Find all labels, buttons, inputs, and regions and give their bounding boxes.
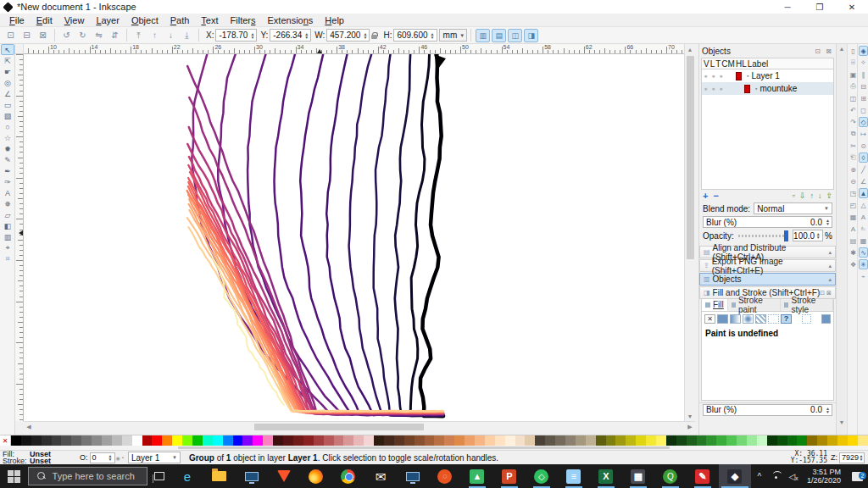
palette-swatch-69[interactable] <box>706 435 716 446</box>
palette-swatch-31[interactable] <box>324 435 334 446</box>
palette-swatch-36[interactable] <box>374 435 384 446</box>
tab-stroke-style[interactable]: Stroke style <box>781 299 833 311</box>
palette-swatch-7[interactable] <box>81 435 92 446</box>
palette-swatch-66[interactable] <box>676 435 687 446</box>
raise-top-icon[interactable]: ⤒ <box>131 29 146 42</box>
palette-swatch-79[interactable] <box>807 435 817 446</box>
palette-swatch-16[interactable] <box>172 435 182 446</box>
palette-swatch-70[interactable] <box>716 435 726 446</box>
taskbar-app-inkscape[interactable]: ◆ <box>719 464 751 488</box>
collapse-all-icon[interactable]: ▫ <box>793 191 795 200</box>
vertical-ruler[interactable] <box>15 54 24 421</box>
snap-rotation-icon[interactable]: ⌁ <box>859 271 868 281</box>
snap-bbox-corner-icon[interactable]: ⊟ <box>859 81 868 92</box>
canvas[interactable] <box>24 54 684 421</box>
rotate-ccw-icon[interactable]: ↺ <box>59 29 74 42</box>
rotate-cw-icon[interactable]: ↻ <box>75 29 90 42</box>
selector-tool[interactable]: ↖ <box>1 44 14 55</box>
paint-none-button[interactable]: ✕ <box>704 314 715 324</box>
palette-swatch-38[interactable] <box>394 435 404 446</box>
menu-filters[interactable]: Filters <box>225 14 262 26</box>
palette-swatch-29[interactable] <box>303 435 314 446</box>
taskbar-clock[interactable]: 3:51 PM 1/26/2020 <box>802 468 846 485</box>
palette-swatch-8[interactable] <box>92 435 102 446</box>
palette-swatch-83[interactable] <box>848 435 858 446</box>
snap-others-icon[interactable]: ▲ <box>859 188 868 198</box>
taskbar-app-calculator[interactable]: ▦ <box>622 464 654 488</box>
palette-swatch-65[interactable] <box>666 435 676 446</box>
taskbar-app-powerpoint[interactable]: P <box>493 464 526 488</box>
move-down-icon[interactable]: ↓ <box>818 191 822 200</box>
scale-patterns-toggle[interactable]: ◨ <box>524 29 538 42</box>
palette-swatch-76[interactable] <box>777 435 787 446</box>
snap-bbox-edge-icon[interactable]: ∥ <box>859 69 868 80</box>
palette-swatch-82[interactable] <box>837 435 848 446</box>
lock-icon[interactable]: ● <box>709 73 717 79</box>
contour-line-18[interactable] <box>188 178 443 413</box>
menu-text[interactable]: Text <box>195 14 224 26</box>
palette-swatch-17[interactable] <box>182 435 192 446</box>
palette-swatch-61[interactable] <box>626 435 636 446</box>
export-png-header[interactable]: ⇪Export PNG Image (Shift+Ctrl+E)▴ <box>699 259 836 272</box>
bottom-blur-spinbox[interactable]: Blur (%) 0.0 ▲▼ <box>703 404 832 416</box>
zoom-tool[interactable]: ◎ <box>1 77 14 88</box>
palette-swatch-12[interactable] <box>132 435 142 446</box>
palette-swatch-21[interactable] <box>223 435 233 446</box>
close-button[interactable]: ✕ <box>836 0 868 14</box>
start-button[interactable] <box>0 464 28 488</box>
snap-bbox-center-icon[interactable]: ◻ <box>859 105 868 115</box>
palette-swatch-15[interactable] <box>162 435 172 446</box>
palette-swatch-33[interactable] <box>343 435 353 446</box>
task-view-button[interactable] <box>147 464 171 488</box>
palette-swatch-25[interactable] <box>263 435 273 446</box>
rectangle-tool[interactable]: ▭ <box>1 99 14 110</box>
snap-enable-icon[interactable]: ◈ <box>859 46 868 56</box>
menu-file[interactable]: File <box>3 14 31 26</box>
palette-swatch-72[interactable] <box>737 435 747 446</box>
dock-scrollbar[interactable]: ▲ ▼ <box>836 44 847 435</box>
pencil-tool[interactable]: ✎ <box>1 154 14 165</box>
lock-icon[interactable]: ● <box>709 86 717 92</box>
position-field-w[interactable]: 457.200▲▼ <box>326 29 370 42</box>
taskbar-app-photos[interactable]: ▲ <box>461 464 493 488</box>
palette-swatch-27[interactable] <box>283 435 293 446</box>
taskbar-app-file-explorer[interactable] <box>203 464 236 488</box>
palette-swatch-2[interactable] <box>31 435 42 446</box>
fill-rule-evenodd-button[interactable] <box>821 314 831 324</box>
minimize-button[interactable]: ─ <box>771 0 804 14</box>
opacity-spinbox[interactable]: 100.0▲▼ <box>793 230 823 241</box>
menu-layer[interactable]: Layer <box>90 14 125 26</box>
ellipse-tool[interactable]: ○ <box>1 121 14 132</box>
spiral-tool[interactable]: ✹ <box>1 143 14 154</box>
notification-center-button[interactable]: 2 <box>846 472 868 481</box>
volume-muted-icon[interactable]: ◁ₓ <box>785 472 802 481</box>
taskbar-app-geo-app[interactable]: ◇ <box>526 464 558 488</box>
palette-swatch-13[interactable] <box>142 435 153 446</box>
blur-spinbox[interactable]: Blur (%) 0.0 ▲▼ <box>703 216 832 228</box>
snap-grid-icon[interactable]: ∿ <box>859 247 868 258</box>
taskbar-app-network-computer[interactable] <box>236 464 268 488</box>
taskbar-app-brave[interactable] <box>268 464 300 488</box>
taskbar-app-excel[interactable]: X <box>590 464 622 488</box>
palette-swatch-4[interactable] <box>52 435 62 446</box>
palette-swatch-56[interactable] <box>576 435 586 446</box>
position-field-x[interactable]: -178.70▲▼ <box>215 29 257 42</box>
palette-swatch-41[interactable] <box>425 435 435 446</box>
palette-swatch-64[interactable] <box>656 435 666 446</box>
position-field-h[interactable]: 609.600▲▼ <box>393 29 437 42</box>
palette-swatch-22[interactable] <box>233 435 243 446</box>
select-all-icon[interactable]: ⊡ <box>3 29 18 42</box>
palette-swatch-63[interactable] <box>646 435 656 446</box>
taskbar-app-chrome[interactable] <box>332 464 364 488</box>
lock-ratio-icon[interactable] <box>371 32 378 39</box>
snap-nodes-icon[interactable]: ◇ <box>859 117 868 127</box>
palette-swatch-24[interactable] <box>253 435 263 446</box>
fill-rule-nonzero-button[interactable] <box>802 314 811 324</box>
flip-horizontal-icon[interactable]: ⇋ <box>92 29 106 42</box>
lower-icon[interactable]: ↓ <box>164 29 178 42</box>
palette-swatch-14[interactable] <box>152 435 162 446</box>
snap-bbox-midpoint-icon[interactable]: ⊞ <box>859 93 868 103</box>
palette-swatch-54[interactable] <box>555 435 565 446</box>
snap-page-icon[interactable]: ▦ <box>859 236 868 246</box>
palette-swatch-49[interactable] <box>505 435 515 446</box>
